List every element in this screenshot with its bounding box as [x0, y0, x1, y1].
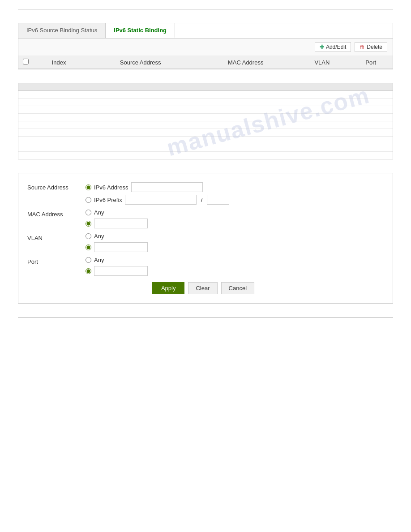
- source-address-controls: IPv6 Address IPv6 Prefix /: [86, 182, 229, 205]
- cancel-button[interactable]: Cancel: [221, 282, 254, 294]
- row-value: [90, 152, 393, 159]
- col-mac-address: MAC Address: [196, 56, 295, 69]
- tab-ipv6-source-binding-status[interactable]: IPv6 Source Binding Status: [18, 23, 106, 38]
- tab-ipv6-static-binding[interactable]: IPv6 Static Binding: [106, 23, 175, 38]
- row-label: [18, 106, 90, 114]
- col-port: Port: [349, 56, 393, 69]
- col-vlan: VLAN: [295, 56, 349, 69]
- tab-header: IPv6 Source Binding Status IPv6 Static B…: [18, 23, 393, 39]
- row-label: [18, 114, 90, 121]
- table-row: [18, 114, 393, 121]
- bottom-divider: [18, 317, 393, 317]
- col-checkbox: [18, 56, 33, 69]
- generic-table-wrapper: manualshive.com: [18, 83, 393, 159]
- col-source-address: Source Address: [85, 56, 196, 69]
- clear-button[interactable]: Clear: [188, 282, 217, 294]
- row-value: [90, 91, 393, 99]
- row-label: [18, 144, 90, 152]
- port-specific-radio-row: [86, 266, 148, 276]
- vlan-controls: Any: [86, 233, 148, 252]
- ipv6-address-radio-label: IPv6 Address: [94, 184, 128, 191]
- add-edit-button[interactable]: ✚ Add/Edit: [315, 42, 351, 52]
- mac-any-label: Any: [94, 209, 104, 216]
- row-label: [18, 99, 90, 106]
- port-specific-radio[interactable]: [86, 268, 91, 274]
- row-value: [90, 106, 393, 114]
- row-value: [90, 129, 393, 137]
- delete-button[interactable]: 🗑 Delete: [355, 42, 387, 52]
- vlan-specific-radio[interactable]: [86, 245, 91, 250]
- source-address-row: Source Address IPv6 Address IPv6 Prefix …: [27, 182, 379, 205]
- table-row: [18, 137, 393, 144]
- mac-address-label: MAC Address: [27, 209, 86, 218]
- binding-table: Index Source Address MAC Address VLAN Po…: [18, 56, 393, 69]
- vlan-label: VLAN: [27, 233, 86, 241]
- ipv6-address-radio[interactable]: [86, 184, 91, 190]
- table-row: [18, 99, 393, 106]
- source-address-label: Source Address: [27, 182, 86, 191]
- port-label: Port: [27, 257, 86, 265]
- col-index: Index: [33, 56, 85, 69]
- ipv6-prefix-input[interactable]: [125, 195, 197, 205]
- row-label: [18, 121, 90, 129]
- slash-separator: /: [199, 197, 205, 203]
- row-label: [18, 129, 90, 137]
- delete-label: Delete: [367, 44, 382, 50]
- mac-specific-radio[interactable]: [86, 221, 91, 227]
- table-row: [18, 144, 393, 152]
- row-value: [90, 114, 393, 121]
- generic-table: [18, 83, 393, 159]
- mac-address-input[interactable]: [94, 219, 148, 228]
- generic-col-value: [90, 83, 393, 91]
- port-any-radio[interactable]: [86, 257, 91, 263]
- add-edit-label: Add/Edit: [326, 44, 346, 50]
- plus-icon: ✚: [320, 44, 324, 50]
- ipv6-address-radio-row: IPv6 Address: [86, 182, 229, 192]
- form-panel: Source Address IPv6 Address IPv6 Prefix …: [18, 173, 393, 304]
- top-divider: [18, 9, 393, 9]
- vlan-any-radio[interactable]: [86, 233, 91, 239]
- row-value: [90, 144, 393, 152]
- mac-address-controls: Any: [86, 209, 148, 228]
- row-value: [90, 121, 393, 129]
- ipv6-prefix-radio-label: IPv6 Prefix: [94, 197, 122, 203]
- row-value: [90, 99, 393, 106]
- table-row: [18, 106, 393, 114]
- vlan-any-radio-row: Any: [86, 233, 148, 240]
- apply-button[interactable]: Apply: [152, 282, 185, 294]
- port-controls: Any: [86, 257, 148, 276]
- mac-address-row: MAC Address Any: [27, 209, 379, 228]
- row-label: [18, 137, 90, 144]
- table-row: [18, 129, 393, 137]
- vlan-input[interactable]: [94, 242, 148, 252]
- vlan-specific-radio-row: [86, 242, 148, 252]
- table-row: [18, 152, 393, 159]
- port-any-radio-row: Any: [86, 257, 148, 263]
- port-any-label: Any: [94, 257, 104, 263]
- row-value: [90, 137, 393, 144]
- ipv6-prefix-radio-row: IPv6 Prefix /: [86, 195, 229, 205]
- port-row: Port Any: [27, 257, 379, 276]
- mac-specific-radio-row: [86, 219, 148, 228]
- vlan-row: VLAN Any: [27, 233, 379, 252]
- form-footer: Apply Clear Cancel: [27, 282, 379, 294]
- mac-any-radio[interactable]: [86, 210, 91, 215]
- trash-icon: 🗑: [360, 44, 365, 50]
- port-input[interactable]: [94, 266, 148, 276]
- tab-panel: IPv6 Source Binding Status IPv6 Static B…: [18, 23, 393, 69]
- select-all-checkbox[interactable]: [23, 59, 29, 64]
- tab-toolbar: ✚ Add/Edit 🗑 Delete: [18, 39, 393, 56]
- ipv6-prefix-radio[interactable]: [86, 197, 91, 203]
- ipv6-prefix-length-input[interactable]: [207, 195, 229, 205]
- table-row: [18, 121, 393, 129]
- row-label: [18, 152, 90, 159]
- vlan-any-label: Any: [94, 233, 104, 240]
- mac-any-radio-row: Any: [86, 209, 148, 216]
- table-row: [18, 91, 393, 99]
- ipv6-address-input[interactable]: [131, 182, 203, 192]
- generic-col-label: [18, 83, 90, 91]
- row-label: [18, 91, 90, 99]
